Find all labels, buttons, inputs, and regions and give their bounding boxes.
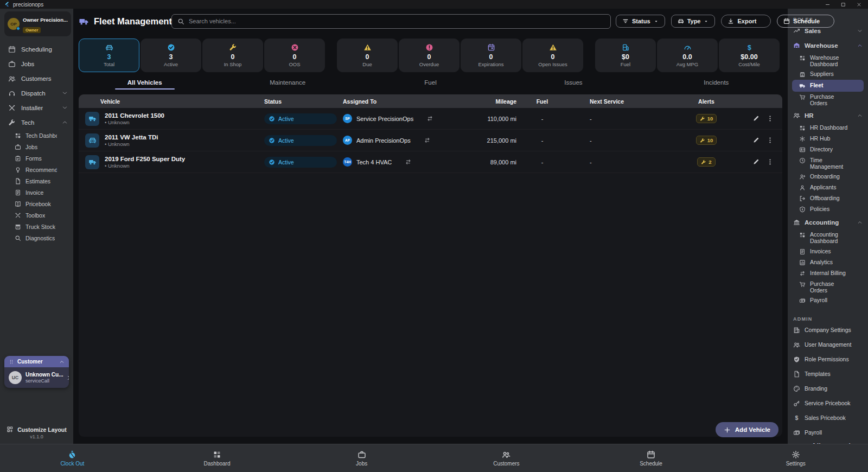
customer-widget-header[interactable]: Customer — [4, 356, 69, 367]
reassign-icon[interactable] — [424, 137, 431, 144]
roles-sidebar-item[interactable]: Suppliers — [792, 69, 866, 80]
edit-icon[interactable] — [752, 158, 760, 165]
minimize-icon[interactable] — [825, 2, 830, 7]
bottom-nav-item[interactable]: Settings — [723, 444, 868, 472]
edit-icon[interactable] — [752, 115, 760, 122]
sidebar-nav-item[interactable]: Estimates — [0, 175, 73, 187]
sidebar-nav-item[interactable]: Toolbox — [0, 209, 73, 221]
stat-card[interactable]: 0 Expirations — [461, 39, 521, 72]
roles-sidebar-item[interactable]: Role Permissions — [792, 352, 866, 367]
roles-sidebar-item[interactable]: Accounting — [792, 215, 866, 229]
table-row[interactable]: 2011 VW Jetta TDi • Unknown Active — [79, 130, 782, 151]
bottom-nav-item[interactable]: Dashboard — [145, 444, 290, 472]
sidebar-nav-item[interactable]: Pricebook — [0, 198, 73, 209]
tab[interactable]: Incidents — [645, 75, 788, 90]
bottom-nav-item[interactable]: Clock Out — [0, 444, 145, 472]
stat-card[interactable]: 0 Due — [337, 39, 398, 72]
roles-sidebar-item[interactable]: Policies — [792, 204, 866, 215]
stat-card[interactable]: 3 Total — [79, 39, 139, 72]
stat-card[interactable]: 0 In Shop — [202, 39, 263, 72]
status-badge[interactable]: Active — [264, 113, 337, 124]
roles-sidebar-item[interactable]: Internal Billing — [792, 268, 866, 279]
alerts-badge[interactable]: 2 — [697, 157, 715, 167]
sidebar-nav-item[interactable]: Truck Stock — [0, 221, 73, 232]
table-row[interactable]: 2019 Ford F250 Super Duty • Unknown Acti… — [79, 151, 782, 173]
roles-sidebar-item[interactable]: Purchase Orders — [792, 279, 866, 295]
bottom-nav-item[interactable]: Schedule — [579, 444, 724, 472]
vehicle-search-bar[interactable] — [171, 14, 611, 29]
sidebar-nav-item[interactable]: Jobs — [0, 141, 73, 152]
tab[interactable]: Fuel — [359, 75, 502, 90]
edit-icon[interactable] — [752, 137, 760, 144]
sidebar-nav-item[interactable]: Diagnostics — [0, 232, 73, 244]
sidebar-nav-item[interactable]: Tech Dashboard — [0, 130, 73, 141]
status-badge[interactable]: Active — [264, 135, 337, 146]
roles-sidebar-item[interactable]: Accounting Dashboard — [792, 229, 866, 246]
status-badge[interactable]: Active — [264, 157, 337, 168]
roles-sidebar-item[interactable]: Analytics — [792, 257, 866, 268]
sidebar-nav-item[interactable]: Recommendations — [0, 164, 73, 175]
header-action-button[interactable]: Status — [616, 15, 665, 28]
roles-sidebar-item[interactable]: Branding — [792, 381, 866, 396]
roles-sidebar-item[interactable]: Directory — [792, 144, 866, 155]
sidebar-nav-item[interactable]: Forms — [0, 152, 73, 164]
tab[interactable]: Issues — [502, 75, 644, 90]
stat-card[interactable]: $0 Fuel — [595, 39, 656, 72]
roles-sidebar-item[interactable]: $ Sales Pricebook — [792, 411, 866, 425]
drag-handle-icon[interactable] — [9, 359, 14, 365]
roles-sidebar-item[interactable]: Service Pricebook — [792, 396, 866, 411]
close-icon[interactable] — [67, 375, 69, 381]
stat-card[interactable]: 0.0 Avg MPG — [657, 39, 718, 72]
sidebar-nav-item[interactable]: Tech — [0, 115, 73, 130]
bottom-nav-item[interactable]: Customers — [434, 444, 579, 472]
customize-layout-button[interactable]: Customize Layout — [7, 426, 66, 433]
roles-sidebar-item[interactable]: Applicants — [792, 182, 866, 193]
sidebar-nav-item[interactable]: Installer — [0, 100, 73, 115]
sidebar-nav-item[interactable]: Customers — [0, 71, 73, 86]
stat-card[interactable]: 0 Overdue — [399, 39, 459, 72]
sidebar-nav-item[interactable]: Scheduling — [0, 42, 73, 56]
roles-sidebar-item[interactable]: ADMIN — [792, 315, 866, 323]
roles-sidebar-item[interactable]: Onboarding — [792, 171, 866, 182]
roles-sidebar-item[interactable]: Payroll — [792, 425, 866, 440]
sidebar-nav-item[interactable]: Invoice — [0, 187, 73, 198]
maximize-icon[interactable] — [841, 2, 846, 7]
sidebar-nav-item[interactable]: Dispatch — [0, 86, 73, 100]
roles-sidebar-item[interactable]: HR — [792, 108, 866, 123]
more-options-icon[interactable] — [767, 137, 774, 144]
roles-sidebar-item[interactable]: Invoices — [792, 246, 866, 257]
stat-card[interactable]: 0 OOS — [264, 39, 325, 72]
roles-sidebar-item[interactable]: Offboarding — [792, 193, 866, 204]
roles-sidebar-item[interactable]: All synced — [792, 440, 866, 444]
search-input[interactable] — [189, 18, 605, 24]
header-action-button[interactable]: Export — [721, 15, 771, 28]
alerts-badge[interactable]: 10 — [696, 114, 717, 123]
more-options-icon[interactable] — [767, 115, 774, 122]
roles-sidebar-item[interactable]: User Management — [792, 337, 866, 352]
alerts-badge[interactable]: 10 — [696, 136, 717, 145]
roles-sidebar-item[interactable]: Fleet — [792, 80, 864, 92]
tab[interactable]: All Vehicles — [73, 75, 216, 90]
sidebar-nav-item[interactable]: Jobs — [0, 56, 73, 71]
roles-sidebar-item[interactable]: Payroll — [792, 295, 866, 306]
roles-sidebar-item[interactable]: HR Dashboard — [792, 123, 866, 133]
reassign-icon[interactable] — [426, 115, 433, 122]
stat-card[interactable]: 3 Active — [141, 39, 201, 72]
roles-sidebar-item[interactable]: HR Hub — [792, 133, 866, 144]
add-vehicle-button[interactable]: Add Vehicle — [716, 422, 778, 437]
header-action-button[interactable]: Type — [671, 15, 716, 28]
roles-sidebar-item[interactable]: Company Settings — [792, 323, 866, 337]
user-profile-chip[interactable]: OP Owner Precision... Owner — [4, 11, 71, 36]
chevron-up-icon[interactable] — [59, 359, 65, 365]
tab[interactable]: Maintenance — [216, 75, 359, 90]
close-icon[interactable] — [857, 2, 861, 7]
stat-card[interactable]: 0 Open Issues — [522, 39, 583, 72]
table-row[interactable]: 2011 Chevrolet 1500 • Unknown Active — [79, 108, 782, 130]
roles-sidebar-item[interactable]: Warehouse — [792, 38, 866, 53]
stat-card[interactable]: $ $0.00 Cost/Mile — [719, 39, 780, 72]
header-action-button[interactable]: Schedule — [777, 15, 834, 28]
bottom-nav-item[interactable]: Jobs — [289, 444, 434, 472]
roles-sidebar-item[interactable]: Warehouse Dashboard — [792, 53, 866, 69]
more-options-icon[interactable] — [767, 158, 774, 165]
reassign-icon[interactable] — [405, 158, 412, 165]
